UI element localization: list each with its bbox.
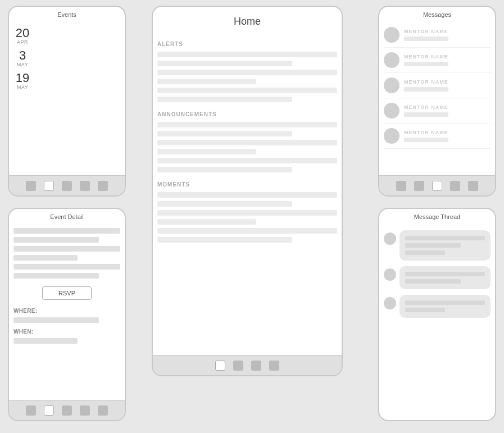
nav-dot[interactable] [26, 181, 36, 191]
message-item-3[interactable]: MENTOR NAME [384, 73, 491, 98]
bubble-avatar-right [384, 268, 396, 281]
nav-dot[interactable] [396, 181, 406, 191]
event-day-3: 19 [13, 72, 31, 84]
nav-dot[interactable] [251, 361, 261, 371]
nav-dot[interactable] [450, 181, 460, 191]
alerts-section: ALERTS [157, 41, 337, 102]
event-item-1: 20 APR [13, 27, 120, 45]
bubble-left-1 [399, 230, 491, 261]
message-item-1[interactable]: MENTOR NAME [384, 22, 491, 48]
event-day-2: 3 [13, 49, 31, 62]
rsvp-button[interactable]: RSVP [42, 286, 92, 300]
home-content: Home ALERTS ANNOUNCEMENTS MOME [153, 7, 342, 355]
nav-dot-active[interactable] [432, 181, 442, 191]
bubble-right-1 [399, 266, 491, 289]
message-thread-title: Message Thread [379, 209, 495, 222]
when-label: WHEN: [13, 329, 120, 335]
mentor-name-5: MENTOR NAME [404, 130, 448, 135]
thread-content [379, 222, 495, 420]
mentor-name-2: MENTOR NAME [404, 54, 448, 60]
moments-label: MOMENTS [157, 181, 337, 188]
nav-dot[interactable] [26, 405, 36, 416]
nav-dot[interactable] [62, 181, 72, 191]
bubble-row-right-1 [384, 266, 491, 289]
messages-title: Messages [379, 7, 495, 20]
message-item-4[interactable]: MENTOR NAME [384, 98, 491, 124]
nav-dot[interactable] [414, 181, 424, 191]
home-nav [153, 355, 342, 375]
event-month-2: MAY [13, 62, 31, 67]
event-month-1: APR [13, 39, 31, 45]
message-thread-phone: Message Thread [378, 208, 496, 421]
event-detail-title: Event Detail [9, 209, 125, 222]
nav-dot[interactable] [468, 181, 478, 191]
announcements-label: ANNOUNCEMENTS [157, 111, 337, 117]
avatar-4 [384, 103, 399, 118]
event-item-3: 19 MAY [13, 72, 120, 90]
moments-section: MOMENTS [157, 181, 337, 243]
nav-dot[interactable] [62, 405, 72, 416]
events-content: 20 APR 3 MAY 1 [9, 20, 125, 175]
messages-nav [379, 175, 495, 195]
messages-phone: Messages MENTOR NAME MENTOR NAME [378, 6, 496, 197]
event-day-1: 20 [13, 27, 31, 39]
bubble-left-2 [399, 295, 491, 318]
nav-dot-active[interactable] [44, 181, 54, 191]
nav-dot[interactable] [98, 405, 108, 416]
announcements-section: ANNOUNCEMENTS [157, 111, 337, 172]
events-nav [9, 175, 125, 195]
nav-dot[interactable] [233, 361, 243, 371]
mentor-name-4: MENTOR NAME [404, 104, 448, 110]
avatar-1 [384, 27, 399, 43]
message-item-2[interactable]: MENTOR NAME [384, 48, 491, 73]
avatar-3 [384, 78, 399, 93]
avatar-5 [384, 128, 399, 144]
mentor-name-3: MENTOR NAME [404, 79, 448, 85]
event-month-3: MAY [13, 84, 31, 90]
event-detail-content: RSVP WHERE: WHEN: [9, 222, 125, 400]
home-title: Home [157, 7, 337, 34]
bubble-avatar-2 [384, 297, 396, 309]
bubble-avatar [384, 233, 396, 245]
event-item-2: 3 MAY [13, 49, 120, 67]
nav-dot[interactable] [80, 405, 90, 416]
nav-dot-active[interactable] [215, 361, 225, 371]
events-phone: Events 20 APR 3 MAY [8, 6, 126, 197]
events-title: Events [9, 7, 125, 20]
avatar-2 [384, 52, 399, 68]
mentor-name-1: MENTOR NAME [404, 29, 448, 34]
event-detail-nav [9, 400, 125, 420]
nav-dot[interactable] [98, 181, 108, 191]
alerts-label: ALERTS [157, 41, 337, 47]
message-item-5[interactable]: MENTOR NAME [384, 124, 491, 149]
where-label: WHERE: [13, 308, 120, 314]
nav-dot[interactable] [269, 361, 279, 371]
messages-content: MENTOR NAME MENTOR NAME MENTOR NAME [379, 20, 495, 175]
bubble-row-left-1 [384, 230, 491, 261]
nav-dot-active[interactable] [44, 405, 54, 416]
nav-dot[interactable] [80, 181, 90, 191]
bubble-row-left-2 [384, 295, 491, 318]
event-detail-phone: Event Detail RSVP WHERE: WHEN: [8, 208, 126, 421]
home-phone: Home ALERTS ANNOUNCEMENTS MOME [152, 6, 343, 376]
